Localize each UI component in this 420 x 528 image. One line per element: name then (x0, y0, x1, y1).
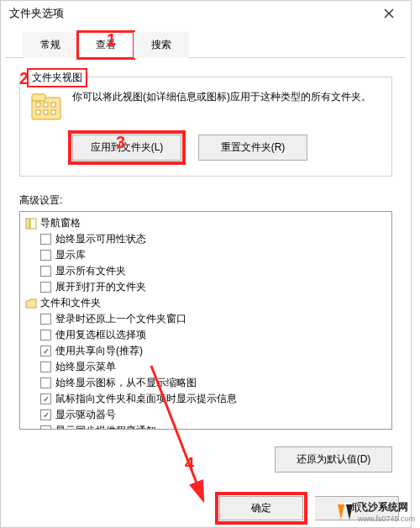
tree-item[interactable]: 登录时还原上一个文件夹窗口 (22, 311, 390, 327)
checkbox[interactable] (40, 346, 51, 356)
annotation-2: 2 (19, 69, 29, 88)
tree-item[interactable]: 展开到打开的文件夹 (22, 279, 390, 295)
svg-rect-5 (44, 103, 48, 107)
checkbox[interactable] (40, 282, 51, 293)
annotation-4: 4 (185, 454, 194, 473)
checkbox[interactable] (40, 330, 51, 341)
tree-item[interactable]: 显示库 (22, 247, 390, 263)
watermark: 飞沙系统网 www.fs0745.com (336, 500, 415, 523)
tree-item[interactable]: 鼠标指向文件夹和桌面项时显示提示信息 (22, 391, 390, 407)
folder-views-group: 文件夹视图 你可以将此视图(如详细信息或图标)应用于这种类型的所有文件夹。 应用… (19, 77, 392, 177)
checkbox[interactable] (40, 362, 51, 372)
svg-rect-10 (26, 219, 29, 229)
tree-item[interactable]: 使用复选框以选择项 (22, 327, 390, 343)
tab-search[interactable]: 搜索 (134, 32, 189, 58)
reset-folders-button[interactable]: 重置文件夹(R) (198, 135, 307, 161)
tree-item[interactable]: 使用共享向导(推荐) (22, 343, 390, 359)
titlebar: 文件夹选项 (1, 1, 411, 26)
svg-marker-14 (346, 504, 353, 520)
tab-view[interactable]: 查看 (78, 32, 134, 58)
folder-views-description: 你可以将此视图(如详细信息或图标)应用于这种类型的所有文件夹。 (72, 89, 383, 104)
tree-item[interactable]: 始终显示菜单 (22, 359, 390, 375)
nav-pane-icon (25, 218, 37, 230)
checkbox[interactable] (40, 378, 51, 388)
tree-item[interactable]: 显示所有文件夹 (22, 263, 390, 279)
checkbox[interactable] (40, 314, 51, 325)
checkbox[interactable] (40, 250, 51, 261)
checkbox[interactable] (40, 234, 51, 245)
close-button[interactable] (372, 2, 406, 25)
advanced-settings-tree[interactable]: 导航窗格 始终显示可用性状态 显示库 显示所有文件夹 展开到打开的文件夹 文件和… (19, 211, 392, 430)
folder-small-icon (25, 298, 37, 309)
tab-content: 文件夹视图 你可以将此视图(如详细信息或图标)应用于这种类型的所有文件夹。 应用… (1, 58, 411, 436)
svg-rect-7 (36, 110, 40, 114)
window-title: 文件夹选项 (9, 6, 64, 21)
tree-item[interactable]: 显示驱动器号 (22, 407, 390, 423)
folder-views-legend: 文件夹视图 (29, 70, 86, 86)
checkbox[interactable] (40, 393, 51, 404)
svg-rect-11 (30, 219, 36, 229)
tree-item[interactable]: 始终显示图标，从不显示缩略图 (22, 375, 390, 391)
checkbox[interactable] (40, 266, 51, 277)
annotation-3: 3 (116, 133, 125, 152)
tab-general[interactable]: 常规 (23, 32, 78, 58)
folder-icon (29, 89, 64, 124)
svg-rect-3 (32, 94, 45, 101)
svg-rect-6 (51, 103, 55, 107)
restore-defaults-button[interactable]: 还原为默认值(D) (275, 446, 392, 473)
checkbox[interactable] (40, 409, 51, 420)
svg-rect-9 (51, 110, 55, 114)
tree-root-navigation[interactable]: 导航窗格 (22, 215, 390, 231)
tree-root-files-folders[interactable]: 文件和文件夹 (22, 295, 390, 311)
apply-to-folders-button[interactable]: 应用到文件夹(L) (72, 135, 181, 161)
ok-button[interactable]: 确定 (219, 496, 303, 520)
tree-item[interactable]: 显示同步提供程序通知 (22, 423, 390, 430)
folder-options-window: 文件夹选项 常规 查看 搜索 文件夹视图 你可以将 (0, 0, 412, 528)
annotation-1: 1 (107, 30, 116, 50)
tree-item[interactable]: 始终显示可用性状态 (22, 231, 390, 247)
svg-rect-8 (44, 110, 48, 114)
close-icon (384, 8, 394, 18)
advanced-settings-label: 高级设置: (19, 193, 392, 208)
svg-rect-4 (36, 103, 40, 107)
tab-strip: 常规 查看 搜索 (6, 26, 406, 58)
checkbox[interactable] (40, 425, 51, 430)
watermark-icon (336, 503, 354, 521)
svg-marker-13 (338, 504, 344, 520)
